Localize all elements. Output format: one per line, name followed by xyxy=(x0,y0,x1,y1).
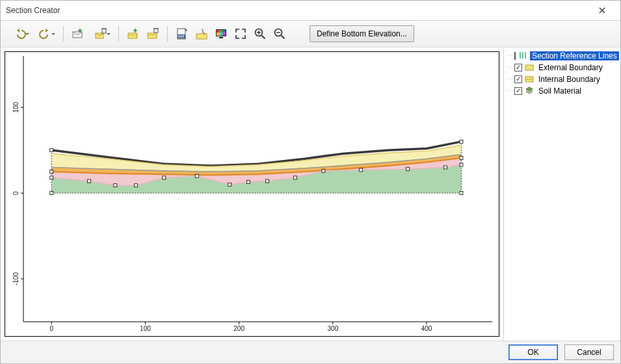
legend-icon xyxy=(525,62,534,73)
redo-button[interactable] xyxy=(33,25,58,43)
legend-icon xyxy=(525,86,534,97)
svg-rect-42 xyxy=(525,65,533,70)
vertex-handle[interactable] xyxy=(460,192,463,195)
vertex-handle[interactable] xyxy=(87,179,90,183)
svg-text:-100: -100 xyxy=(12,272,20,285)
vertex-handle[interactable] xyxy=(265,179,269,183)
undo-icon xyxy=(13,27,26,40)
toolbar-separator xyxy=(167,26,168,42)
vertex-handle[interactable] xyxy=(322,169,325,172)
vertex-handle[interactable] xyxy=(460,140,463,143)
tree-glyph: ⋯ xyxy=(507,88,512,94)
legend-label: Internal Boundary xyxy=(536,75,602,84)
close-x-icon xyxy=(599,7,605,14)
svg-text:300: 300 xyxy=(328,325,339,332)
legend-checkbox[interactable] xyxy=(514,52,516,60)
add-layer-button[interactable] xyxy=(124,25,142,43)
vertex-handle[interactable] xyxy=(50,170,53,174)
zoom-in-button[interactable] xyxy=(251,25,269,43)
legend-item[interactable]: ⋯Section Reference Lines xyxy=(505,50,619,62)
svg-rect-4 xyxy=(148,33,157,38)
monitor-color-icon xyxy=(215,27,228,40)
legend-panel: ⋯Section Reference Lines⋯External Bounda… xyxy=(503,47,620,341)
vertex-handle[interactable] xyxy=(50,149,53,152)
svg-text:0: 0 xyxy=(49,325,53,332)
dialog-window: Section Creator DXF xyxy=(0,0,621,364)
undo-button[interactable] xyxy=(7,25,32,43)
svg-rect-17 xyxy=(222,33,226,36)
svg-rect-16 xyxy=(220,33,223,36)
delete-layer-button[interactable] xyxy=(144,25,162,43)
legend-checkbox[interactable] xyxy=(514,87,522,95)
vertex-handle[interactable] xyxy=(50,176,53,179)
zoom-in-icon xyxy=(254,27,267,40)
vertex-handle[interactable] xyxy=(406,168,410,171)
svg-text:DXF: DXF xyxy=(178,34,185,38)
tree-glyph: ⋯ xyxy=(507,76,512,83)
svg-text:100: 100 xyxy=(140,325,151,332)
envelope-trash-icon xyxy=(94,27,107,40)
assign-material-button[interactable] xyxy=(192,25,211,43)
svg-rect-5 xyxy=(154,29,158,32)
title-bar: Section Creator xyxy=(1,1,620,21)
material-flame-icon xyxy=(195,27,208,40)
close-button[interactable] xyxy=(589,1,615,20)
legend-icon xyxy=(518,51,527,62)
expand-arrows-icon xyxy=(234,27,247,40)
vertex-handle[interactable] xyxy=(247,180,250,183)
legend-label: External Boundary xyxy=(536,63,605,72)
vertex-handle[interactable] xyxy=(195,174,198,177)
svg-rect-13 xyxy=(220,30,223,33)
content-area: 0100200300400-1000100 ⋯Section Reference… xyxy=(1,47,620,341)
svg-text:200: 200 xyxy=(233,325,244,332)
vertex-handle[interactable] xyxy=(360,168,363,172)
define-bottom-elevation-button[interactable]: Define Bottom Elevation... xyxy=(310,25,414,42)
vertex-handle[interactable] xyxy=(460,157,463,160)
legend-checkbox[interactable] xyxy=(514,64,522,72)
color-button[interactable] xyxy=(212,25,230,43)
window-title: Section Creator xyxy=(6,6,589,15)
legend-item[interactable]: ⋯Soil Material xyxy=(505,85,619,97)
vertex-handle[interactable] xyxy=(294,176,297,179)
toolbar-separator xyxy=(63,26,64,42)
tree-glyph: ⋯ xyxy=(507,53,512,59)
svg-rect-2 xyxy=(102,29,106,33)
legend-item[interactable]: ⋯External Boundary xyxy=(505,62,619,73)
ok-button[interactable]: OK xyxy=(509,344,558,360)
svg-rect-15 xyxy=(217,33,220,36)
vertex-handle[interactable] xyxy=(443,166,447,169)
vertex-handle[interactable] xyxy=(163,176,166,179)
dialog-footer: OK Cancel xyxy=(1,341,620,363)
zoom-out-icon xyxy=(273,27,286,40)
svg-rect-14 xyxy=(222,30,226,33)
svg-rect-12 xyxy=(217,30,220,33)
zoom-extents-button[interactable] xyxy=(231,25,250,43)
vertex-handle[interactable] xyxy=(460,163,463,166)
svg-text:0: 0 xyxy=(12,191,20,195)
redo-icon xyxy=(39,27,52,40)
vertex-handle[interactable] xyxy=(50,192,53,195)
layer-plus-icon xyxy=(127,27,140,40)
vertex-handle[interactable] xyxy=(135,184,138,187)
svg-rect-18 xyxy=(219,37,223,38)
tree-glyph: ⋯ xyxy=(507,64,512,71)
zoom-out-button[interactable] xyxy=(271,25,289,43)
add-polyline-button[interactable] xyxy=(69,25,87,43)
vertex-handle[interactable] xyxy=(114,184,117,187)
legend-checkbox[interactable] xyxy=(514,75,522,83)
envelope-plus-icon xyxy=(72,27,85,40)
svg-text:400: 400 xyxy=(421,325,432,332)
legend-label: Section Reference Lines xyxy=(530,51,619,60)
vertex-handle[interactable] xyxy=(228,183,231,186)
svg-text:100: 100 xyxy=(12,101,20,112)
section-plot: 0100200300400-1000100 xyxy=(5,52,499,336)
legend-label: Soil Material xyxy=(536,86,583,96)
legend-item[interactable]: ⋯Internal Boundary xyxy=(505,73,619,85)
legend-icon xyxy=(525,74,534,85)
plot-pane[interactable]: 0100200300400-1000100 xyxy=(1,47,503,341)
svg-rect-3 xyxy=(128,33,137,38)
delete-polyline-button[interactable] xyxy=(88,25,113,43)
import-dxf-button[interactable]: DXF xyxy=(173,25,191,43)
toolbar: DXF Define Bottom Elevation... xyxy=(1,21,620,47)
cancel-button[interactable]: Cancel xyxy=(564,344,614,360)
